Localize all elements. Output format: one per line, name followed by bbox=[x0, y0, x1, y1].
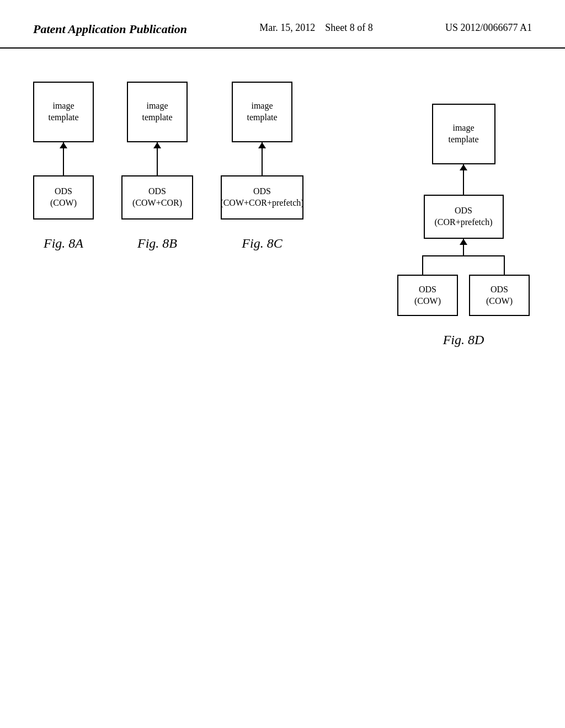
sheet-info: Sheet 8 of 8 bbox=[325, 22, 372, 33]
main-content: image template ODS (COW) Fig. 8A image t… bbox=[0, 49, 565, 370]
diagram-8b: image template ODS (COW+COR) Fig. 8B bbox=[121, 82, 193, 251]
fig8c-top-box: image template bbox=[232, 82, 292, 142]
diagram-8c: image template ODS (COW+COR+prefetch) Fi… bbox=[221, 82, 303, 251]
fig8a-top-box: image template bbox=[33, 82, 94, 142]
fig8d-bottom-right-box: ODS (COW) bbox=[469, 275, 530, 316]
fig8b-label: Fig. 8B bbox=[137, 236, 177, 251]
diagram-8a: image template ODS (COW) Fig. 8A bbox=[33, 82, 94, 251]
fig8d-bottom-left-box: ODS (COW) bbox=[397, 275, 458, 316]
left-diagrams: image template ODS (COW) Fig. 8A image t… bbox=[33, 82, 303, 251]
fig8c-arrow bbox=[262, 142, 263, 175]
fig8c-bottom-box: ODS (COW+COR+prefetch) bbox=[221, 175, 303, 220]
fig8a-arrow bbox=[63, 142, 64, 175]
page-header: Patent Application Publication Mar. 15, … bbox=[0, 0, 565, 49]
publication-date-sheet: Mar. 15, 2012 Sheet 8 of 8 bbox=[259, 22, 372, 34]
fig8a-bottom-box: ODS (COW) bbox=[33, 175, 94, 220]
pub-date: Mar. 15, 2012 bbox=[259, 22, 315, 33]
right-diagram: image template ODS (COR+prefetch) bbox=[392, 104, 535, 347]
fig8b-arrow bbox=[157, 142, 158, 175]
publication-title: Patent Application Publication bbox=[33, 22, 187, 36]
fig8d-middle-box: ODS (COR+prefetch) bbox=[424, 195, 504, 239]
fig8b-top-box: image template bbox=[127, 82, 188, 142]
fig8d-arrow-top bbox=[463, 164, 464, 195]
fig8d-top-box: image template bbox=[432, 104, 495, 164]
fig8a-label: Fig. 8A bbox=[44, 236, 83, 251]
fig8d-branch bbox=[392, 239, 535, 275]
fig8d-label: Fig. 8D bbox=[443, 333, 484, 347]
fig8d-bottom-row: ODS (COW) ODS (COW) bbox=[397, 275, 530, 316]
patent-number: US 2012/0066677 A1 bbox=[445, 22, 532, 34]
fig8b-bottom-box: ODS (COW+COR) bbox=[121, 175, 193, 220]
diagram-8d: image template ODS (COR+prefetch) bbox=[392, 104, 535, 347]
fig8c-label: Fig. 8C bbox=[242, 236, 282, 251]
